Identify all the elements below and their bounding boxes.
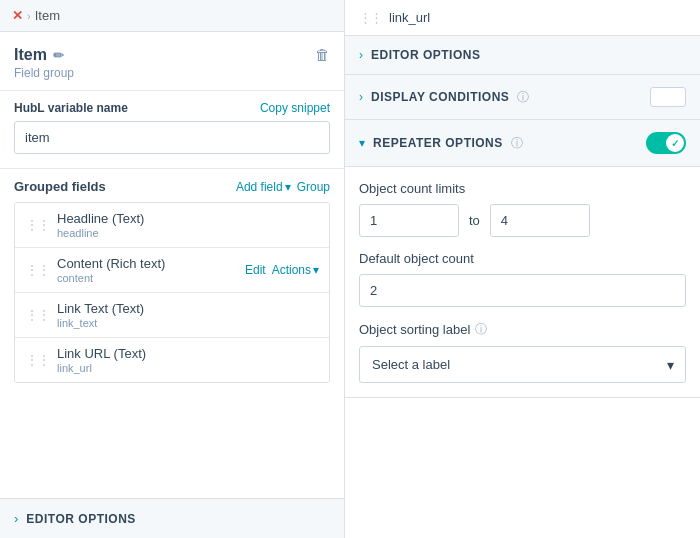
field-key-headline: headline xyxy=(57,227,319,239)
breadcrumb-item-label: Item xyxy=(35,8,60,23)
field-name-link-text: Link Text (Text) xyxy=(57,301,319,316)
field-item-content: ⋮⋮ Content (Rich text) content Edit Acti… xyxy=(15,248,329,293)
editor-options-title: EDITOR OPTIONS xyxy=(371,48,480,62)
field-item-link-text: ⋮⋮ Link Text (Text) link_text xyxy=(15,293,329,338)
field-list: ⋮⋮ Headline (Text) headline ⋮⋮ Content (… xyxy=(14,202,330,383)
left-editor-options-bar[interactable]: › EDITOR OPTIONS xyxy=(0,498,344,538)
breadcrumb-chevron: › xyxy=(27,10,31,22)
item-title-text: Item xyxy=(14,46,47,64)
drag-handle-link-text[interactable]: ⋮⋮ xyxy=(25,308,49,322)
field-key-link-url: link_url xyxy=(57,362,319,374)
drag-handle[interactable]: ⋮⋮ xyxy=(25,218,49,232)
breadcrumb: ✕ › Item xyxy=(0,0,344,32)
repeater-options-section-header[interactable]: ▾ REPEATER OPTIONS ⓘ ✓ xyxy=(345,120,700,167)
item-title-group: Item ✏ Field group xyxy=(14,46,74,80)
default-count-input[interactable] xyxy=(359,274,686,307)
field-edit-button[interactable]: Edit xyxy=(245,263,266,277)
field-name-headline: Headline (Text) xyxy=(57,211,319,226)
display-conditions-title: DISPLAY CONDITIONS xyxy=(371,90,509,104)
hubl-input[interactable] xyxy=(14,121,330,154)
count-limits-label: Object count limits xyxy=(359,181,686,196)
repeater-options-info-icon: ⓘ xyxy=(511,135,523,152)
toggle-check-icon: ✓ xyxy=(671,138,679,149)
count-limits-group: Object count limits to xyxy=(359,181,686,237)
sort-label-select[interactable]: Select a label xyxy=(359,346,686,383)
actions-caret: ▾ xyxy=(313,263,319,277)
display-conditions-chevron: › xyxy=(359,90,363,104)
field-info-link-url: Link URL (Text) link_url xyxy=(57,346,319,374)
add-field-button[interactable]: Add field ▾ xyxy=(236,180,291,194)
field-item-headline: ⋮⋮ Headline (Text) headline xyxy=(15,203,329,248)
repeater-options-title: REPEATER OPTIONS xyxy=(373,136,503,150)
hubl-section: HubL variable name Copy snippet xyxy=(0,91,344,169)
display-conditions-right xyxy=(650,87,686,107)
link-url-preview: ⋮⋮ link_url xyxy=(345,0,700,36)
display-conditions-info-icon: ⓘ xyxy=(517,89,529,106)
toggle-knob: ✓ xyxy=(666,134,684,152)
editor-options-chevron-left: › xyxy=(14,511,18,526)
field-info-link-text: Link Text (Text) link_text xyxy=(57,301,319,329)
hubl-label: HubL variable name xyxy=(14,101,128,115)
close-icon[interactable]: ✕ xyxy=(12,8,23,23)
sort-label-group: Object sorting label ⓘ Select a label ▾ xyxy=(359,321,686,383)
left-panel: ✕ › Item Item ✏ Field group 🗑 HubL varia… xyxy=(0,0,345,538)
display-conditions-toggle[interactable] xyxy=(650,87,686,107)
grouped-fields-title: Grouped fields xyxy=(14,179,106,194)
default-count-label: Default object count xyxy=(359,251,686,266)
field-name-content: Content (Rich text) xyxy=(57,256,245,271)
to-label: to xyxy=(469,213,480,228)
count-limit-row: to xyxy=(359,204,686,237)
display-conditions-header-left: › DISPLAY CONDITIONS ⓘ xyxy=(359,89,529,106)
sort-label-text: Object sorting label xyxy=(359,322,470,337)
grouped-header: Grouped fields Add field ▾ Group xyxy=(14,179,330,194)
sort-label-info-icon: ⓘ xyxy=(475,321,487,338)
right-panel: ⋮⋮ link_url › EDITOR OPTIONS › DISPLAY C… xyxy=(345,0,700,538)
field-info-headline: Headline (Text) headline xyxy=(57,211,319,239)
field-key-content: content xyxy=(57,272,245,284)
field-actions-content: Edit Actions ▾ xyxy=(245,263,319,277)
field-info-content: Content (Rich text) content xyxy=(57,256,245,284)
item-subtitle: Field group xyxy=(14,66,74,80)
drag-dots-icon: ⋮⋮ xyxy=(359,10,381,25)
field-name-link-url: Link URL (Text) xyxy=(57,346,319,361)
repeater-options-header-left: ▾ REPEATER OPTIONS ⓘ xyxy=(359,135,523,152)
repeater-options-body: Object count limits to Default object co… xyxy=(345,167,700,398)
item-header: Item ✏ Field group 🗑 xyxy=(0,32,344,91)
hubl-label-row: HubL variable name Copy snippet xyxy=(14,101,330,115)
editor-options-label-left: EDITOR OPTIONS xyxy=(26,512,135,526)
repeater-options-right: ✓ xyxy=(646,132,686,154)
actions-label: Actions xyxy=(272,263,311,277)
link-url-preview-text: link_url xyxy=(389,10,430,25)
editor-options-section-header[interactable]: › EDITOR OPTIONS xyxy=(345,36,700,75)
trash-icon[interactable]: 🗑 xyxy=(315,46,330,63)
count-max-input[interactable] xyxy=(490,204,590,237)
drag-handle-content[interactable]: ⋮⋮ xyxy=(25,263,49,277)
grouped-actions: Add field ▾ Group xyxy=(236,180,330,194)
edit-icon[interactable]: ✏ xyxy=(53,48,64,63)
field-item-link-url: ⋮⋮ Link URL (Text) link_url xyxy=(15,338,329,382)
add-field-caret: ▾ xyxy=(285,180,291,194)
add-field-label: Add field xyxy=(236,180,283,194)
sort-label-select-wrapper: Select a label ▾ xyxy=(359,346,686,383)
grouped-fields-section: Grouped fields Add field ▾ Group ⋮⋮ Head… xyxy=(0,169,344,498)
count-min-input[interactable] xyxy=(359,204,459,237)
group-button[interactable]: Group xyxy=(297,180,330,194)
repeater-options-chevron: ▾ xyxy=(359,136,365,150)
editor-options-header-left: › EDITOR OPTIONS xyxy=(359,48,480,62)
display-conditions-section-header[interactable]: › DISPLAY CONDITIONS ⓘ xyxy=(345,75,700,120)
field-actions-button[interactable]: Actions ▾ xyxy=(272,263,319,277)
default-count-group: Default object count xyxy=(359,251,686,307)
repeater-options-toggle[interactable]: ✓ xyxy=(646,132,686,154)
sort-label-label: Object sorting label ⓘ xyxy=(359,321,686,338)
item-title: Item ✏ xyxy=(14,46,74,64)
drag-handle-link-url[interactable]: ⋮⋮ xyxy=(25,353,49,367)
editor-options-chevron: › xyxy=(359,48,363,62)
field-key-link-text: link_text xyxy=(57,317,319,329)
copy-snippet-button[interactable]: Copy snippet xyxy=(260,101,330,115)
